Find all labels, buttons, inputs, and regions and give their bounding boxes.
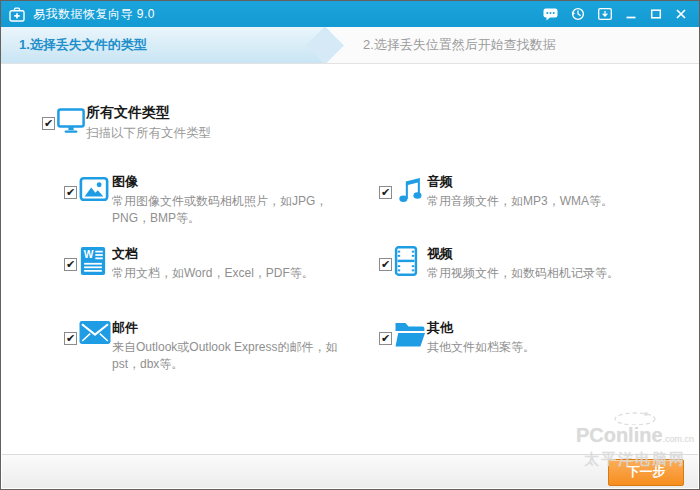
envelope-icon [79, 320, 111, 349]
music-note-icon [394, 174, 424, 208]
feedback-bubble-icon[interactable] [543, 8, 558, 21]
tray-window-icon[interactable] [598, 8, 612, 20]
svg-text:W: W [84, 249, 94, 260]
film-strip-icon [394, 246, 418, 280]
maximize-icon[interactable] [650, 8, 662, 20]
file-type-item-audio[interactable]: 音频 常用音频文件，如MP3，WMA等。 [379, 173, 695, 210]
checkbox-images[interactable] [64, 186, 77, 199]
window-title: 易我数据恢复向导 9.0 [33, 6, 155, 23]
file-type-item-other[interactable]: 其他 其他文件如档案等。 [379, 319, 695, 356]
checkbox-all-types[interactable] [42, 117, 55, 130]
file-type-title: 其他 [427, 319, 695, 337]
app-window: 易我数据恢复向导 9.0 1.选择丢失文件的类型 [0, 0, 700, 490]
footer-bar: 下一步 [2, 454, 698, 488]
file-type-item-documents[interactable]: W 文档 常用文档，如Word，Excel，PDF等。 [64, 245, 362, 282]
monitor-icon [57, 108, 85, 138]
file-type-title: 邮件 [112, 319, 362, 337]
close-icon[interactable] [675, 8, 687, 20]
wizard-steps: 1.选择丢失文件的类型 2.选择丢失位置然后开始查找数据 [1, 27, 699, 64]
step-1-label: 1.选择丢失文件的类型 [1, 27, 327, 63]
checkbox-video[interactable] [379, 258, 392, 271]
file-type-description: 常用文档，如Word，Excel，PDF等。 [112, 265, 362, 282]
step-1-active: 1.选择丢失文件的类型 [1, 27, 327, 63]
file-type-item-images[interactable]: 图像 常用图像文件或数码相机照片，如JPG，PNG，BMP等。 [64, 173, 362, 227]
file-type-item-all[interactable]: 所有文件类型 扫描以下所有文件类型 [42, 104, 211, 142]
image-icon [79, 174, 109, 208]
file-type-item-email[interactable]: 邮件 来自Outlook或Outlook Express的邮件，如pst，dbx… [64, 319, 362, 373]
toolbox-plus-icon [9, 7, 25, 22]
content-area: 所有文件类型 扫描以下所有文件类型 图像 常用图像文件或数码相机照片，如JPG，… [2, 64, 698, 455]
word-document-icon: W [79, 246, 107, 280]
file-type-description: 常用视频文件，如数码相机记录等。 [427, 265, 695, 282]
minimize-icon[interactable] [625, 8, 637, 20]
checkbox-other[interactable] [379, 332, 392, 345]
checkbox-audio[interactable] [379, 186, 392, 199]
all-types-description: 扫描以下所有文件类型 [86, 125, 211, 142]
window-controls [543, 7, 687, 21]
file-type-title: 音频 [427, 173, 695, 191]
checkbox-email[interactable] [64, 332, 77, 345]
file-type-title: 视频 [427, 245, 695, 263]
checkbox-documents[interactable] [64, 258, 77, 271]
file-type-description: 其他文件如档案等。 [427, 339, 695, 356]
history-clock-icon[interactable] [571, 7, 585, 21]
file-type-description: 常用图像文件或数码相机照片，如JPG，PNG，BMP等。 [112, 193, 362, 227]
all-types-title: 所有文件类型 [86, 104, 211, 122]
next-step-button[interactable]: 下一步 [608, 459, 684, 486]
step-2-label: 2.选择丢失位置然后开始查找数据 [363, 27, 556, 63]
open-folder-icon [394, 320, 426, 352]
file-type-title: 文档 [112, 245, 362, 263]
titlebar: 易我数据恢复向导 9.0 [1, 1, 699, 27]
file-type-description: 常用音频文件，如MP3，WMA等。 [427, 193, 695, 210]
file-type-description: 来自Outlook或Outlook Express的邮件，如pst，dbx等。 [112, 339, 362, 373]
file-type-title: 图像 [112, 173, 362, 191]
file-type-item-video[interactable]: 视频 常用视频文件，如数码相机记录等。 [379, 245, 695, 282]
